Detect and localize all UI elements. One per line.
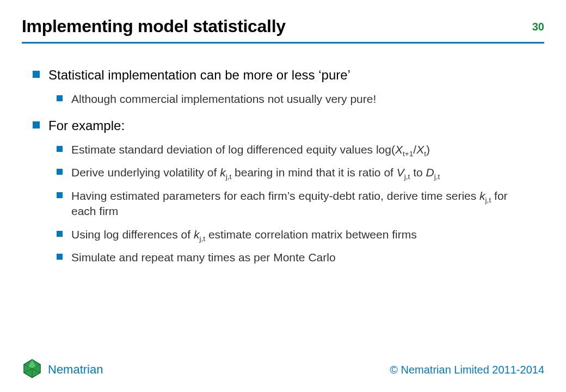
bullet-level2: Estimate standard deviation of log diffe… bbox=[57, 142, 533, 157]
math-var: k bbox=[220, 166, 226, 179]
math-var: k bbox=[194, 228, 200, 241]
square-bullet-icon bbox=[57, 254, 63, 260]
text-span: bearing in mind that it is ratio of bbox=[231, 166, 397, 179]
bullet-text: Although commercial implementations not … bbox=[71, 91, 533, 107]
brand-name: Nematrian bbox=[48, 363, 103, 377]
slide: Implementing model statistically 30 Stat… bbox=[0, 0, 566, 392]
math-var: X bbox=[416, 143, 424, 156]
bullet-level1: For example: bbox=[33, 117, 533, 134]
math-sub: j,t bbox=[434, 173, 440, 181]
copyright-text: © Nematrian Limited 2011-2014 bbox=[390, 364, 544, 376]
math-var: D bbox=[426, 166, 434, 179]
math-var: X bbox=[395, 143, 403, 156]
text-span: Using log differences of bbox=[71, 228, 194, 241]
math-sub: j,t bbox=[199, 235, 205, 243]
math-sub: t+1 bbox=[403, 150, 413, 158]
slide-body: Statistical implementation can be more o… bbox=[0, 44, 566, 265]
bullet-text: Statistical implementation can be more o… bbox=[48, 66, 533, 84]
square-bullet-icon bbox=[57, 95, 63, 101]
bullet-level1: Statistical implementation can be more o… bbox=[33, 66, 533, 84]
bullet-level2: Simulate and repeat many times as per Mo… bbox=[57, 250, 533, 265]
text-span: Having estimated parameters for each fir… bbox=[71, 189, 479, 202]
square-bullet-icon bbox=[57, 169, 63, 175]
square-bullet-icon bbox=[57, 146, 63, 152]
math-sub: j,t bbox=[485, 196, 491, 204]
bullet-level2: Having estimated parameters for each fir… bbox=[57, 188, 533, 219]
text-span: to bbox=[410, 166, 426, 179]
page-number: 30 bbox=[532, 21, 544, 33]
slide-footer: Nematrian © Nematrian Limited 2011-2014 bbox=[0, 358, 566, 381]
square-bullet-icon bbox=[57, 231, 63, 237]
bullet-level2: Although commercial implementations not … bbox=[57, 91, 533, 107]
brand-wrap: Nematrian bbox=[22, 358, 103, 381]
bullet-level2: Using log differences of kj,t estimate c… bbox=[57, 227, 533, 242]
slide-header: Implementing model statistically 30 bbox=[0, 0, 566, 36]
text-span: estimate correlation matrix between firm… bbox=[205, 228, 417, 241]
square-bullet-icon bbox=[33, 71, 40, 78]
bullet-text: Derive underlying volatility of kj,t bea… bbox=[71, 165, 533, 180]
bullet-text: Having estimated parameters for each fir… bbox=[71, 188, 533, 219]
text-span: Derive underlying volatility of bbox=[71, 166, 220, 179]
math-sub: j,t bbox=[226, 173, 232, 181]
bullet-text: Simulate and repeat many times as per Mo… bbox=[71, 250, 533, 265]
text-span: ) bbox=[426, 143, 430, 156]
square-bullet-icon bbox=[33, 121, 40, 128]
text-span: Estimate standard deviation of log diffe… bbox=[71, 143, 395, 156]
math-sub: j,t bbox=[404, 173, 410, 181]
bullet-text: Estimate standard deviation of log diffe… bbox=[71, 142, 533, 157]
square-bullet-icon bbox=[57, 192, 63, 198]
math-var: k bbox=[479, 189, 485, 202]
nematrian-logo-icon bbox=[22, 358, 42, 381]
slide-title: Implementing model statistically bbox=[22, 16, 544, 36]
math-var: V bbox=[397, 166, 404, 179]
bullet-text: For example: bbox=[48, 117, 533, 134]
bullet-text: Using log differences of kj,t estimate c… bbox=[71, 227, 533, 242]
bullet-level2: Derive underlying volatility of kj,t bea… bbox=[57, 165, 533, 180]
